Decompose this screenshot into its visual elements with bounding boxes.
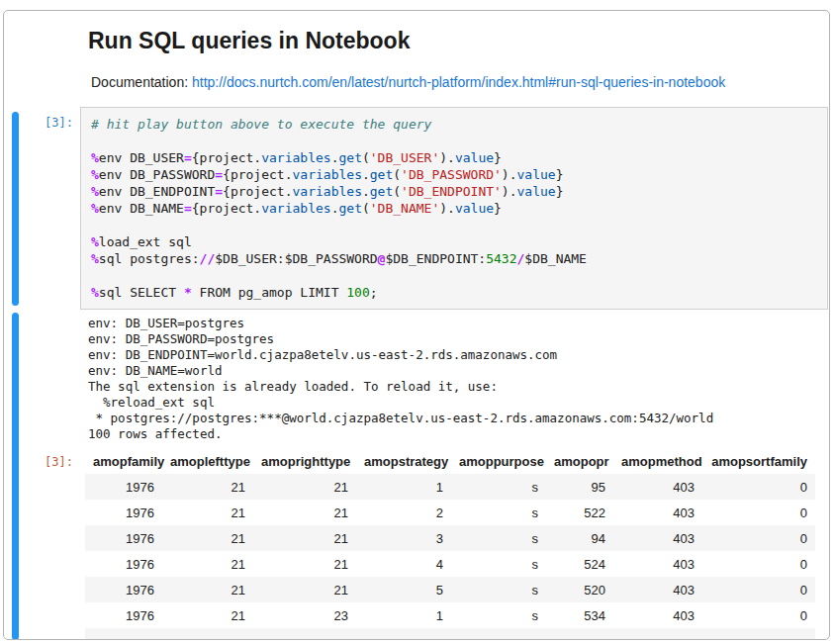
code-token: $DB_USER:$DB_PASSWORD (215, 251, 377, 266)
table-cell (253, 628, 356, 640)
column-header: amopopr (546, 448, 613, 474)
notebook-window: Run SQL queries in Notebook Documentatio… (3, 10, 830, 640)
table-cell: 21 (253, 525, 356, 551)
output-prompt: [3]: (28, 455, 73, 469)
result-table-body: 197621211s954030197621212s52240301976212… (85, 474, 815, 640)
input-cell-selection-bar[interactable] (12, 112, 19, 306)
code-token: ( (362, 150, 370, 165)
code-token: } (494, 150, 502, 165)
code-token: % (91, 251, 99, 266)
table-cell: 403 (613, 602, 702, 628)
table-cell (162, 628, 253, 640)
code-token: ). (439, 201, 455, 216)
code-token: 'DB_PASSWORD' (401, 167, 502, 182)
table-cell (451, 628, 546, 640)
code-token: ( (393, 167, 401, 182)
table-cell: 95 (546, 474, 613, 500)
table-cell (546, 628, 613, 640)
column-header: amopstrategy (356, 448, 451, 474)
table-cell: s (451, 500, 546, 525)
code-token: = (215, 167, 223, 182)
code-token: env DB_USER (99, 150, 184, 165)
table-row: 197621213s944030 (85, 525, 815, 551)
table-cell: 1976 (85, 602, 162, 628)
table-cell: 23 (253, 602, 356, 628)
code-token: value (455, 201, 494, 216)
code-line: %env DB_USER={project.variables.get('DB_… (91, 149, 817, 166)
code-token: {project. (223, 167, 292, 182)
code-line: # hit play button above to execute the q… (91, 116, 817, 133)
code-token: } (556, 184, 564, 199)
table-cell: 520 (546, 577, 613, 602)
output-line: 100 rows affected. (88, 426, 713, 442)
table-cell: s (451, 577, 546, 602)
code-token: {project. (192, 150, 261, 165)
code-token: env DB_PASSWORD (99, 167, 215, 182)
table-cell: 21 (253, 551, 356, 577)
table-cell: 21 (253, 500, 356, 525)
output-cell-selection-bar[interactable] (12, 313, 19, 640)
result-table-header: amopfamilyamoplefttypeamoprighttypeamops… (85, 448, 815, 474)
code-token: ( (362, 201, 370, 216)
code-token: env DB_ENDPOINT (99, 184, 215, 199)
code-token: ). (439, 150, 455, 165)
table-cell: 21 (162, 551, 253, 577)
column-header: amopfamily (85, 448, 162, 474)
output-line: * postgres://postgres:***@world.cjazpa8e… (88, 411, 713, 426)
header-row: amopfamilyamoplefttypeamoprighttypeamops… (85, 448, 815, 474)
result-table: amopfamilyamoplefttypeamoprighttypeamops… (85, 448, 815, 640)
column-header: amoprighttype (253, 448, 356, 474)
code-content: # hit play button above to execute the q… (91, 116, 817, 301)
table-cell: 403 (613, 500, 702, 525)
table-cell: s (451, 602, 546, 628)
output-line: env: DB_USER=postgres (88, 316, 713, 331)
code-token: % (91, 184, 99, 199)
table-row: 197621214s5244030 (85, 551, 815, 577)
code-token: {project. (192, 201, 261, 216)
code-token: 'DB_USER' (370, 150, 439, 165)
code-token: variables (293, 184, 362, 199)
code-token: # hit play button above to execute the q… (91, 117, 431, 132)
documentation-line: Documentation: http://docs.nurtch.com/en… (91, 74, 725, 90)
output-line: env: DB_NAME=world (88, 363, 713, 379)
documentation-link[interactable]: http://docs.nurtch.com/en/latest/nurtch-… (192, 74, 725, 90)
table-cell: 21 (162, 577, 253, 602)
code-line: %env DB_PASSWORD={project.variables.get(… (91, 166, 817, 183)
code-token: = (184, 201, 192, 216)
code-token: % (91, 234, 99, 249)
code-line: %env DB_ENDPOINT={project.variables.get(… (91, 183, 817, 200)
table-cell: 403 (613, 551, 702, 577)
code-token: 5432 (486, 251, 516, 266)
code-token: get (338, 150, 361, 165)
column-header: amopmethod (613, 448, 702, 474)
code-cell-editor[interactable]: # hit play button above to execute the q… (80, 107, 828, 310)
code-token: env DB_NAME (99, 201, 184, 216)
table-cell: 21 (162, 525, 253, 551)
table-cell: 403 (613, 474, 702, 500)
table-row: 197621231s5344030 (85, 602, 815, 628)
table-cell: 1 (356, 474, 451, 500)
table-cell: 1976 (85, 474, 162, 500)
table-cell: 0 (702, 551, 815, 577)
table-cell: 1976 (85, 551, 162, 577)
code-token: 'DB_NAME' (370, 201, 439, 216)
table-cell: 534 (546, 602, 613, 628)
code-token: 100 (346, 285, 369, 300)
documentation-label: Documentation: (91, 74, 192, 90)
table-cell: 524 (546, 551, 613, 577)
table-cell: 0 (702, 474, 815, 500)
table-cell: 1976 (85, 577, 162, 602)
table-cell: 1976 (85, 500, 162, 525)
code-token: 'DB_ENDPOINT' (401, 184, 502, 199)
table-cell: s (451, 525, 546, 551)
cell-output-text: env: DB_USER=postgresenv: DB_PASSWORD=po… (88, 316, 713, 442)
code-token: . (362, 167, 370, 182)
code-line (91, 133, 817, 149)
code-token: variables (261, 150, 330, 165)
code-token: get (370, 184, 393, 199)
table-cell: 0 (702, 602, 815, 628)
table-row: 197621212s5224030 (85, 500, 815, 525)
code-token: ). (502, 184, 517, 199)
output-line: env: DB_ENDPOINT=world.cjazpa8etelv.us-e… (88, 347, 713, 363)
input-prompt: [3]: (28, 116, 73, 130)
